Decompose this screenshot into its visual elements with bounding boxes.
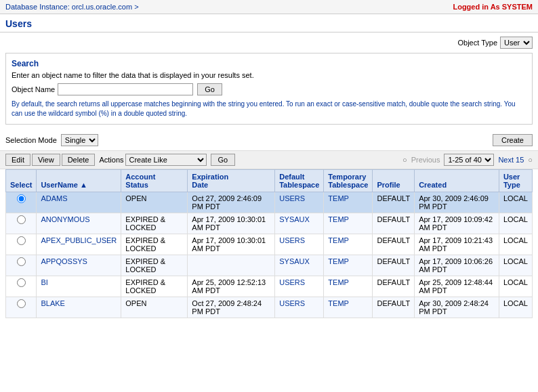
users-table: Select UserName ▲ AccountStatus Expirati… xyxy=(5,169,533,318)
next-arrow-icon: ○ xyxy=(528,156,533,164)
object-type-select[interactable]: User xyxy=(500,37,533,49)
actions-go-button[interactable]: Go xyxy=(211,154,236,166)
table-row: APPQOSSYSEXPIRED & LOCKEDSYSAUXTEMPDEFAU… xyxy=(6,255,533,276)
default-tablespace-cell: USERS xyxy=(275,297,324,318)
select-radio[interactable] xyxy=(17,278,26,287)
created-cell: Apr 30, 2009 2:46:09 PM PDT xyxy=(415,192,499,213)
user-type-cell: LOCAL xyxy=(499,213,532,234)
select-radio[interactable] xyxy=(17,215,26,224)
profile-cell: DEFAULT xyxy=(373,276,415,297)
temp-tablespace-link[interactable]: TEMP xyxy=(328,257,349,265)
expiration-date-cell: Apr 17, 2009 10:30:01 AM PDT xyxy=(188,234,275,255)
default-tablespace-link[interactable]: USERS xyxy=(279,236,305,244)
account-status-cell: EXPIRED & LOCKED xyxy=(121,255,188,276)
create-button[interactable]: Create xyxy=(493,134,533,146)
table-container: Select UserName ▲ AccountStatus Expirati… xyxy=(5,169,533,318)
select-radio[interactable] xyxy=(17,299,26,308)
username-link[interactable]: APPQOSSYS xyxy=(41,257,87,265)
view-button[interactable]: View xyxy=(32,154,60,166)
created-cell: Apr 25, 2009 12:48:44 AM PDT xyxy=(415,276,499,297)
object-name-input[interactable] xyxy=(58,83,193,95)
actions-select[interactable]: Create Like xyxy=(125,154,207,166)
prev-arrow-icon: ○ xyxy=(402,156,407,164)
temp-tablespace-cell: TEMP xyxy=(324,192,373,213)
page-range-select[interactable]: 1-25 of 40 xyxy=(444,154,494,166)
table-row: BIEXPIRED & LOCKEDApr 25, 2009 12:52:13 … xyxy=(6,276,533,297)
username-link[interactable]: BI xyxy=(41,278,47,286)
profile-cell: DEFAULT xyxy=(373,255,415,276)
col-created: Created xyxy=(415,170,499,192)
temp-tablespace-cell: TEMP xyxy=(324,213,373,234)
user-type-cell: LOCAL xyxy=(499,297,532,318)
temp-tablespace-cell: TEMP xyxy=(324,297,373,318)
col-expiration-date: ExpirationDate xyxy=(188,170,275,192)
table-row: APEX_PUBLIC_USEREXPIRED & LOCKEDApr 17, … xyxy=(6,234,533,255)
account-status-cell: OPEN xyxy=(121,192,188,213)
select-cell xyxy=(6,192,37,213)
expiration-date-cell: Oct 27, 2009 2:46:09 PM PDT xyxy=(188,192,275,213)
select-cell xyxy=(6,255,37,276)
username-cell: APEX_PUBLIC_USER xyxy=(37,234,121,255)
default-tablespace-link[interactable]: USERS xyxy=(279,194,305,202)
username-link[interactable]: ADAMS xyxy=(41,194,67,202)
select-radio[interactable] xyxy=(17,257,26,266)
object-type-row: Object Type User xyxy=(0,32,538,53)
search-title: Search xyxy=(12,59,526,68)
selection-mode-select[interactable]: Single xyxy=(61,134,98,146)
temp-tablespace-cell: TEMP xyxy=(324,255,373,276)
default-tablespace-link[interactable]: USERS xyxy=(279,278,305,286)
edit-button[interactable]: Edit xyxy=(5,154,30,166)
select-radio[interactable] xyxy=(17,236,26,245)
toolbar: Edit View Delete Actions Create Like Go … xyxy=(0,150,538,169)
default-tablespace-link[interactable]: SYSAUX xyxy=(279,215,310,223)
col-username[interactable]: UserName ▲ xyxy=(37,170,121,192)
default-tablespace-link[interactable]: USERS xyxy=(279,299,305,307)
user-type-cell: LOCAL xyxy=(499,255,532,276)
selection-mode-label: Selection Mode xyxy=(5,136,57,144)
table-row: ANONYMOUSEXPIRED & LOCKEDApr 17, 2009 10… xyxy=(6,213,533,234)
username-cell: ADAMS xyxy=(37,192,121,213)
temp-tablespace-link[interactable]: TEMP xyxy=(328,299,349,307)
select-cell xyxy=(6,276,37,297)
temp-tablespace-cell: TEMP xyxy=(324,276,373,297)
select-cell xyxy=(6,213,37,234)
username-link[interactable]: ANONYMOUS xyxy=(41,215,89,223)
search-description: Enter an object name to filter the data … xyxy=(12,71,526,79)
object-type-label: Object Type xyxy=(458,39,498,47)
created-cell: Apr 17, 2009 10:09:42 AM PDT xyxy=(415,213,499,234)
toolbar-left: Edit View Delete Actions Create Like Go xyxy=(5,154,235,166)
username-cell: APPQOSSYS xyxy=(37,255,121,276)
temp-tablespace-link[interactable]: TEMP xyxy=(328,278,349,286)
select-cell xyxy=(6,234,37,255)
default-tablespace-link[interactable]: SYSAUX xyxy=(279,257,310,265)
created-cell: Apr 17, 2009 10:06:26 AM PDT xyxy=(415,255,499,276)
user-type-cell: LOCAL xyxy=(499,276,532,297)
temp-tablespace-link[interactable]: TEMP xyxy=(328,194,349,202)
username-link[interactable]: APEX_PUBLIC_USER xyxy=(41,236,117,244)
instance-link[interactable]: Database Instance: orcl.us.oracle.com xyxy=(5,3,132,11)
col-default-tablespace: DefaultTablespace xyxy=(275,170,324,192)
next-button[interactable]: Next 15 xyxy=(498,156,524,164)
table-header-row: Select UserName ▲ AccountStatus Expirati… xyxy=(6,170,533,192)
search-go-button[interactable]: Go xyxy=(197,83,222,95)
user-type-cell: LOCAL xyxy=(499,192,532,213)
page-title: Users xyxy=(0,14,538,32)
temp-tablespace-cell: TEMP xyxy=(324,234,373,255)
select-radio[interactable] xyxy=(17,194,26,203)
account-status-cell: EXPIRED & LOCKED xyxy=(121,213,188,234)
col-profile: Profile xyxy=(373,170,415,192)
username-link[interactable]: BLAKE xyxy=(41,299,64,307)
toolbar-right: ○ Previous 1-25 of 40 Next 15 ○ xyxy=(402,154,533,166)
logged-in-label: Logged in As SYSTEM xyxy=(453,3,533,11)
previous-button[interactable]: Previous xyxy=(411,156,440,164)
default-tablespace-cell: USERS xyxy=(275,234,324,255)
selection-mode-row: Selection Mode Single Create xyxy=(0,130,538,150)
select-cell xyxy=(6,297,37,318)
expiration-date-cell: Oct 27, 2009 2:48:24 PM PDT xyxy=(188,297,275,318)
table-row: ADAMSOPENOct 27, 2009 2:46:09 PM PDTUSER… xyxy=(6,192,533,213)
temp-tablespace-link[interactable]: TEMP xyxy=(328,236,349,244)
profile-cell: DEFAULT xyxy=(373,297,415,318)
expiration-date-cell xyxy=(188,255,275,276)
delete-button[interactable]: Delete xyxy=(62,154,96,166)
temp-tablespace-link[interactable]: TEMP xyxy=(328,215,349,223)
